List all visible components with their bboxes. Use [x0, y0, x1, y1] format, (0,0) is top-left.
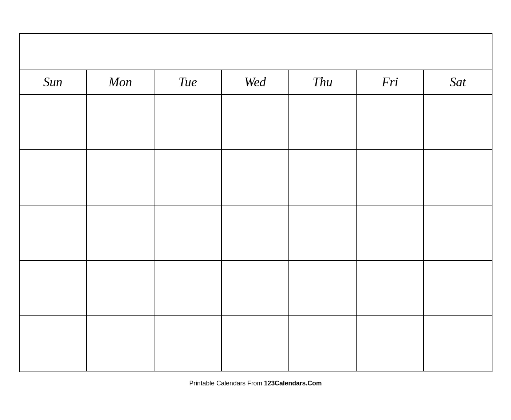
calendar-week-1	[20, 95, 492, 150]
header-mon: Mon	[87, 70, 154, 94]
cell-2-0[interactable]	[20, 150, 87, 205]
header-thu: Thu	[289, 70, 357, 94]
cell-2-3[interactable]	[222, 150, 289, 205]
cell-2-2[interactable]	[154, 150, 222, 205]
cell-2-4[interactable]	[289, 150, 357, 205]
cell-4-4[interactable]	[289, 261, 357, 315]
footer-brand: 123Calendars.Com	[264, 380, 322, 387]
cell-4-6[interactable]	[424, 261, 491, 315]
calendar-week-3	[20, 205, 492, 261]
cell-3-1[interactable]	[87, 205, 154, 260]
cell-2-1[interactable]	[87, 150, 154, 205]
cell-3-4[interactable]	[289, 205, 357, 260]
cell-5-3[interactable]	[222, 316, 289, 371]
calendar-wrapper: Sun Mon Tue Wed Thu Fri Sat	[19, 33, 492, 387]
calendar-week-2	[20, 150, 492, 205]
cell-4-2[interactable]	[154, 261, 222, 315]
calendar-container: Sun Mon Tue Wed Thu Fri Sat	[19, 33, 492, 372]
cell-2-6[interactable]	[424, 150, 491, 205]
calendar-body	[20, 95, 492, 372]
cell-1-0[interactable]	[20, 95, 87, 149]
cell-5-6[interactable]	[424, 316, 491, 371]
cell-5-4[interactable]	[289, 316, 357, 371]
calendar-title-row	[20, 34, 492, 70]
cell-5-1[interactable]	[87, 316, 154, 371]
calendar-header: Sun Mon Tue Wed Thu Fri Sat	[20, 70, 492, 95]
cell-1-3[interactable]	[222, 95, 289, 149]
cell-1-5[interactable]	[357, 95, 424, 149]
footer-prefix: Printable Calendars From	[189, 380, 264, 387]
header-wed: Wed	[222, 70, 289, 94]
cell-3-3[interactable]	[222, 205, 289, 260]
cell-1-4[interactable]	[289, 95, 357, 149]
cell-3-2[interactable]	[154, 205, 222, 260]
cell-2-5[interactable]	[357, 150, 424, 205]
cell-1-6[interactable]	[424, 95, 491, 149]
cell-3-0[interactable]	[20, 205, 87, 260]
cell-5-5[interactable]	[357, 316, 424, 371]
cell-4-5[interactable]	[357, 261, 424, 315]
cell-4-3[interactable]	[222, 261, 289, 315]
calendar-week-5	[20, 316, 492, 372]
cell-4-0[interactable]	[20, 261, 87, 315]
cell-3-6[interactable]	[424, 205, 491, 260]
header-sat: Sat	[424, 70, 491, 94]
header-fri: Fri	[357, 70, 424, 94]
header-sun: Sun	[20, 70, 87, 94]
cell-3-5[interactable]	[357, 205, 424, 260]
cell-5-2[interactable]	[154, 316, 222, 371]
cell-4-1[interactable]	[87, 261, 154, 315]
cell-1-1[interactable]	[87, 95, 154, 149]
calendar-week-4	[20, 261, 492, 316]
footer: Printable Calendars From 123Calendars.Co…	[19, 380, 492, 387]
header-tue: Tue	[154, 70, 222, 94]
cell-5-0[interactable]	[20, 316, 87, 371]
cell-1-2[interactable]	[154, 95, 222, 149]
